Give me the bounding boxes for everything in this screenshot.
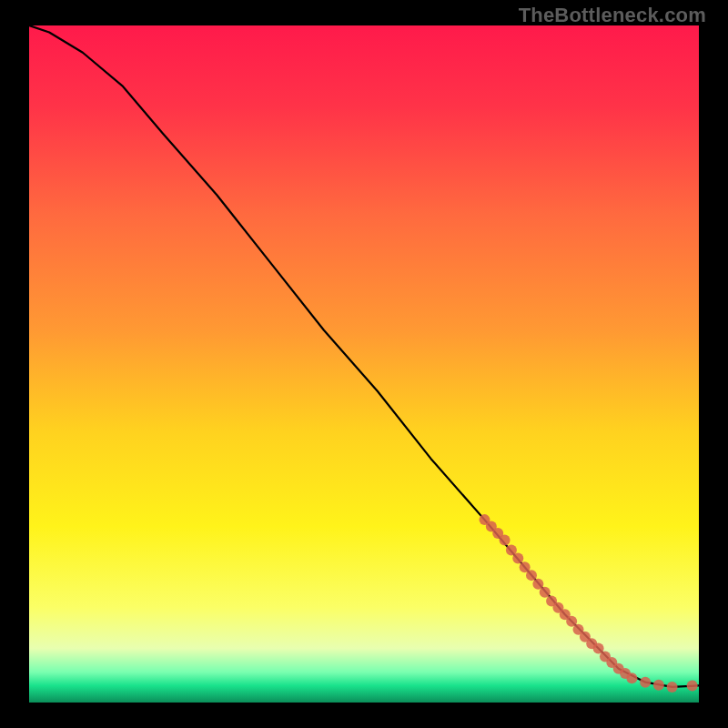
scatter-point: [640, 677, 651, 688]
scatter-point: [667, 682, 678, 693]
scatter-point: [500, 534, 511, 545]
chart-frame: TheBottleneck.com: [0, 0, 728, 728]
scatter-point: [526, 570, 537, 581]
scatter-point: [653, 680, 664, 691]
scatter-point: [687, 680, 698, 691]
scatter-point: [540, 587, 551, 598]
gradient-background: [29, 25, 699, 703]
watermark-label: TheBottleneck.com: [519, 4, 706, 27]
scatter-point: [626, 672, 637, 683]
chart-plot-area: [29, 25, 699, 703]
scatter-point: [512, 553, 523, 564]
chart-svg: [29, 25, 699, 703]
